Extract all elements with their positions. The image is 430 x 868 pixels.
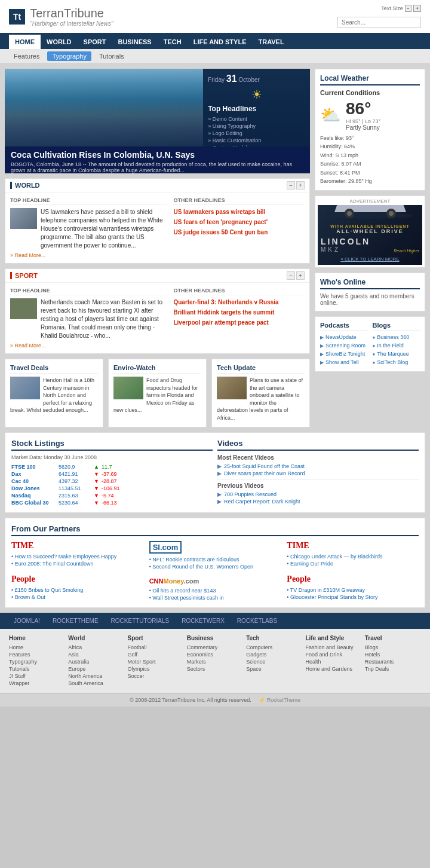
footer-link-olympics[interactable]: Olympics [128,665,184,673]
footer-link-australia[interactable]: Australia [68,658,124,665]
footer-link-golf[interactable]: Golf [128,651,184,658]
ad-box[interactable]: WITH AVAILABLE INTELLIGENT ALL·WHEEL DRI… [318,205,422,265]
world-other-link-2[interactable]: US fears of teen 'pregnancy pact' [173,218,305,226]
nav-home[interactable]: HOME [9,35,41,49]
footer-link-features[interactable]: Features [9,651,65,658]
partner-link-3-3[interactable]: TV Dragon in £310M Giveaway [287,586,419,594]
sport-expand-btn[interactable]: + [296,271,305,280]
sport-other-link-1[interactable]: Quarter-final 3: Netherlands v Russia [173,298,305,306]
footer-link-soccer[interactable]: Soccer [128,673,184,680]
footer-link-economics[interactable]: Economics [187,651,243,658]
video-prev-1[interactable]: ▶700 Puppies Rescued [217,491,419,498]
nav-business[interactable]: BUSINESS [112,35,157,49]
partner-link-2-3[interactable]: Oil hits a record near $143 [149,587,281,594]
sport-other-link-2[interactable]: Brilliant Hiddink targets the summit [173,308,305,316]
logo-text: TerranTribune [30,7,113,20]
hero-headlines: Top Headlines Demo Content Using Typogra… [208,105,305,146]
footer-link-hotels[interactable]: Hotels [365,651,421,658]
world-read-more[interactable]: » Read More... [10,252,167,258]
text-size-increase[interactable]: + [413,5,421,12]
footer-link-commentary[interactable]: Commentary [187,644,243,651]
footer-link-blogs[interactable]: Blogs [365,644,421,651]
nav-travel[interactable]: TRAVEL [252,35,290,49]
world-other-link-1[interactable]: US lawmakers pass wiretaps bill [173,208,305,216]
partner-link-2-4[interactable]: Wall Street pessimists cash in [149,594,281,601]
footer-link-space[interactable]: Space [246,665,302,673]
footer-link-health[interactable]: Health [305,658,361,665]
footer-link-restaurants[interactable]: Restaurants [365,658,421,665]
sport-other-link-3[interactable]: Liverpool pair attempt peace pact [173,319,305,326]
footer-link-jstuff[interactable]: J! Stuff [9,673,65,680]
partner-link-2-1[interactable]: NFL: Rookie contracts are ridiculous [149,556,281,563]
video-recent-2[interactable]: ▶Diver soars past their own Record [217,470,419,477]
footer-link-computers[interactable]: Computers [246,644,302,651]
footer-link-tutorials[interactable]: Tutorials [9,665,65,673]
footer-link-home[interactable]: Home [9,644,65,651]
footer-link-africa[interactable]: Africa [68,644,124,651]
footer-link-wrapper[interactable]: Wrapper [9,680,65,687]
podcast-item-3[interactable]: ▶ShowBiz Tonight [320,350,368,358]
podcast-item-2[interactable]: ▶Screening Room [320,341,368,350]
enviro-watch-col: Enviro-Watch Food and Drug inspectors he… [108,359,207,427]
video-prev-2[interactable]: ▶Red Carpet Report: Dark Knight [217,498,419,505]
blog-item-2[interactable]: ●In the Field [373,341,420,350]
footer-link-home-gardens[interactable]: Home and Gardens [305,665,361,673]
videos-col: Videos Most Recent Videos ▶25-foot Squid… [217,439,419,506]
footer-nav-rockettutorials[interactable]: ROCKETTUTORIALS [106,616,174,625]
nav-life-style[interactable]: LIFE AND STYLE [188,35,253,49]
subnav-features[interactable]: Features [9,51,44,61]
partner-link-3-2[interactable]: Earning Our Pride [287,560,419,567]
nav-tech[interactable]: TECH [158,35,188,49]
partner-link-1-4[interactable]: Brown & Out [11,594,143,601]
search-input[interactable] [337,17,421,28]
blog-item-1[interactable]: ●Business 360 [373,333,420,341]
partner-link-1-3[interactable]: £150 Bribes to Quit Smoking [11,586,143,594]
footer-link-football[interactable]: Football [128,644,184,651]
footer-link-north-america[interactable]: North America [68,673,124,680]
sport-read-more[interactable]: » Read More... [10,343,167,349]
footer-link-fashion[interactable]: Fashion and Beauty [305,644,361,651]
subnav-tutorials[interactable]: Tutorials [94,51,129,61]
weather-wind: Wind: S 13 mph [320,151,420,160]
footer-link-gadgets[interactable]: Gadgets [246,651,302,658]
world-expand-btn[interactable]: + [296,181,305,190]
footer-link-science[interactable]: Science [246,658,302,665]
subnav-typography[interactable]: Typography [47,51,91,61]
footer-link-typography[interactable]: Typography [9,658,65,665]
nav-world[interactable]: WORLD [41,35,78,49]
copyright-text: © 2008-2012 TerranTribune Inc. All right… [130,697,251,703]
footer-nav-joomla[interactable]: JOOMLA! [9,616,45,625]
footer-nav-rocketwerx[interactable]: ROCKETWERX [177,616,229,625]
footer-link-food-drink[interactable]: Food and Drink [305,651,361,658]
podcast-item-4[interactable]: ▶Show and Tell [320,358,368,366]
footer-nav-rocketlabs[interactable]: ROCKETLABS [232,616,282,625]
footer-col-business-title: Business [187,635,243,641]
world-other-link-3[interactable]: US judge issues 50 Cent gun ban [173,228,305,236]
partner-link-3-4[interactable]: Gloucester Principal Stands by Story [287,594,419,601]
footer-link-markets[interactable]: Markets [187,658,243,665]
text-size-decrease[interactable]: - [405,5,411,12]
partner-link-1-2[interactable]: Euro 2008: The Final Countdown [11,560,143,567]
footer-link-motor-sport[interactable]: Motor Sport [128,658,184,665]
blog-item-4[interactable]: ●SciTech Blog [373,358,420,366]
hero-image: Friday 31 October ☀ Top Headlines Demo C… [5,69,310,146]
world-collapse-btn[interactable]: − [287,181,295,190]
blog-item-3[interactable]: ●The Marquee [373,350,420,358]
hero-date-box: Friday 31 October ☀ Top Headlines Demo C… [203,69,310,146]
podcast-item-1[interactable]: ▶NewsUpdate [320,333,368,341]
footer-link-asia[interactable]: Asia [68,651,124,658]
footer-link-south-america[interactable]: South America [68,680,124,687]
footer-link-europe[interactable]: Europe [68,665,124,673]
partner-link-3-1[interactable]: Chicago Under Attack — by Blackbirds [287,553,419,560]
ad-cta-link[interactable]: » CLICK TO LEARN MORE [340,256,399,262]
nav-sport[interactable]: SPORT [78,35,112,49]
partner-link-2-2[interactable]: Second Round of the U.S. Women's Open [149,563,281,570]
footer-link-trip-deals[interactable]: Trip Deals [365,665,421,673]
footer-col-world: World Africa Asia Australia Europe North… [68,635,124,687]
footer-link-sectors[interactable]: Sectors [187,665,243,673]
video-recent-1[interactable]: ▶25-foot Squid Found off the Coast [217,463,419,470]
sport-collapse-btn[interactable]: − [287,271,295,280]
footer-nav-rockettheme[interactable]: ROCKETTHEME [48,616,103,625]
partner-link-1-1[interactable]: How to Succeed? Make Employees Happy [11,553,143,560]
sport-thumb-image [10,298,37,319]
